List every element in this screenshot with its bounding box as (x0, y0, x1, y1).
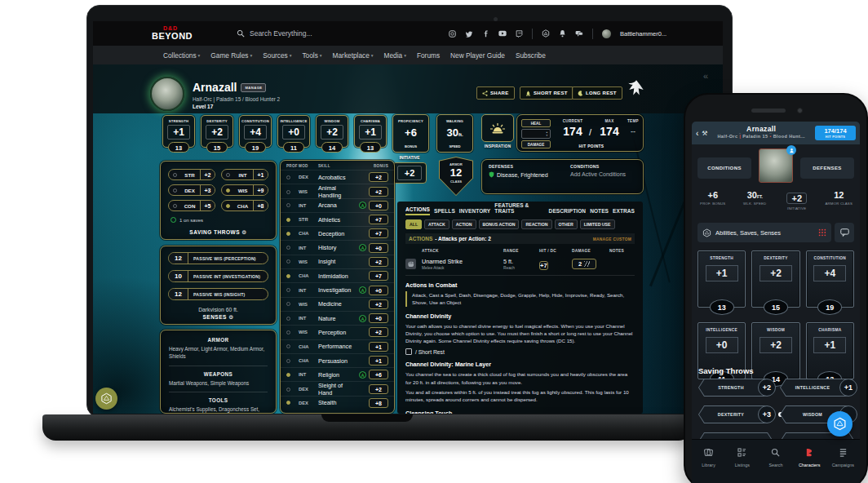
nav-search[interactable]: Search (760, 445, 791, 483)
save-int[interactable]: INT+1 (221, 169, 268, 180)
nav-forums[interactable]: Forums (417, 51, 440, 60)
tab-extras[interactable]: EXTRAS (613, 208, 635, 215)
character-portrait[interactable] (150, 77, 184, 111)
filter-action[interactable]: ACTION (452, 219, 476, 229)
ability-strength[interactable]: STRENGTH+113 (698, 250, 746, 308)
save-con[interactable]: CON+5 (168, 200, 215, 211)
phone-dice-roller-button[interactable] (827, 411, 852, 436)
nav-new-player-guide[interactable]: New Player Guide (450, 51, 505, 60)
nav-sources[interactable]: Sources▾ (263, 51, 291, 60)
nav-media[interactable]: Media▾ (384, 51, 406, 60)
back-icon[interactable]: ‹ (696, 129, 698, 138)
save-cha[interactable]: CHA+8 (221, 200, 268, 211)
skill-row[interactable]: WISPerception+2 (281, 325, 394, 339)
skill-row[interactable]: INTHistoryA+0 (281, 240, 394, 254)
ability-constitution[interactable]: CONSTITUTION+419 (806, 250, 854, 308)
skill-row[interactable]: CHAPerformance+1 (281, 339, 394, 353)
gear-icon[interactable]: ⚙ (241, 229, 246, 235)
dice-icon[interactable] (542, 29, 550, 38)
tab-inventory[interactable]: INVENTORY (459, 208, 490, 215)
ability-constitution[interactable]: CONSTITUTION+419 (239, 115, 272, 148)
chat-icon[interactable] (575, 30, 583, 38)
proficiency-bonus-box[interactable]: PROFICIENCY +6 BONUS (392, 114, 429, 153)
collapse-sidebar-icon[interactable]: « (703, 71, 708, 81)
save-strength[interactable]: STRENGTH+2 (698, 379, 773, 397)
filter-limited-use[interactable]: LIMITED USE (580, 219, 615, 229)
nav-campaigns[interactable]: Campaigns (827, 445, 858, 483)
hit-bonus[interactable]: +7 (539, 261, 548, 270)
add-conditions-link[interactable]: Add Active Conditions (570, 171, 626, 177)
ability-strength[interactable]: STRENGTH+113 (162, 115, 195, 148)
use-checkbox[interactable] (405, 348, 412, 355)
instagram-icon[interactable] (449, 30, 456, 38)
abilities-section-bar[interactable]: Abilities, Saves, Senses (698, 223, 831, 242)
conditions-button[interactable]: CONDITIONS (698, 157, 751, 179)
initiative-stat[interactable]: +2INITIATIVE (776, 190, 818, 210)
hp-stepper[interactable]: ▲▼ (521, 129, 551, 139)
nav-library[interactable]: Library (693, 445, 724, 483)
defenses-button[interactable]: DEFENSES (800, 157, 854, 179)
heal-button[interactable]: HEAL (521, 119, 551, 127)
skill-row[interactable]: INTArcanaA+0 (281, 198, 394, 212)
username[interactable]: Battlehammer0... (620, 30, 666, 38)
nav-marketplace[interactable]: Marketplace▾ (333, 51, 374, 60)
gear-icon[interactable]: ⚙ (228, 314, 233, 320)
tab-actions[interactable]: ACTIONS (405, 206, 430, 215)
skill-row[interactable]: CHAIntimidation+7 (281, 268, 394, 282)
skill-row[interactable]: INTReligionA+6 (281, 367, 394, 381)
ability-intelligence[interactable]: INTELLIGENCE+011 (277, 115, 310, 148)
walking-speed-box[interactable]: WALKING 30ft. SPEED (436, 114, 473, 153)
armor-class-shield[interactable]: ARMOR 12 CLASS (439, 157, 473, 196)
save-intelligence[interactable]: INTELLIGENCE+1 (780, 379, 855, 397)
filter-bonus-action[interactable]: BONUS ACTION (479, 219, 520, 229)
short-rest-button[interactable]: SHORT REST (520, 86, 574, 100)
filter-other[interactable]: OTHER (555, 219, 578, 229)
manage-custom-link[interactable]: MANAGE CUSTOM (593, 237, 631, 242)
skill-row[interactable]: WISInsight+2 (281, 255, 394, 268)
hp-badge[interactable]: 174/174 HIT POINTS (815, 126, 856, 140)
nav-tools[interactable]: Tools▾ (302, 51, 321, 60)
long-rest-button[interactable]: LONG REST (572, 86, 622, 100)
damage-value[interactable]: 2 (572, 259, 596, 269)
skill-row[interactable]: DEXSleight of Hand+2 (281, 381, 394, 395)
tab-notes[interactable]: NOTES (590, 208, 609, 215)
ability-charisma[interactable]: CHARISMA+113 (806, 322, 854, 379)
dice-roller-button[interactable] (95, 388, 117, 410)
nav-subscribe[interactable]: Subscribe (516, 51, 546, 60)
save-wis[interactable]: WIS+9 (221, 184, 268, 196)
skill-row[interactable]: WISMedicine+2 (281, 297, 394, 311)
twitch-icon[interactable] (516, 30, 523, 38)
save-dex[interactable]: DEX+3 (168, 184, 215, 196)
filter-reaction[interactable]: REACTION (521, 219, 551, 229)
inspiration-box[interactable]: INSPIRATION (480, 114, 516, 148)
manage-button[interactable]: MANAGE (241, 83, 266, 92)
skill-row[interactable]: DEXAcrobatics+2 (281, 170, 394, 184)
grid-icon[interactable] (818, 228, 826, 237)
nav-game-rules[interactable]: Game Rules▾ (210, 51, 252, 60)
phone-avatar[interactable] (759, 148, 793, 183)
nav-characters[interactable]: Characters (794, 445, 825, 483)
twitter-icon[interactable] (465, 30, 473, 38)
nav-listings[interactable]: Listings (727, 445, 758, 483)
ability-dexterity[interactable]: DEXTERITY+215 (201, 115, 233, 148)
skill-row[interactable]: INTInvestigationA+0 (281, 282, 394, 296)
skill-row[interactable]: CHAPersuasion+1 (281, 353, 394, 367)
ability-wisdom[interactable]: WISDOM+214 (316, 115, 348, 148)
youtube-icon[interactable] (498, 30, 507, 37)
nav-collections[interactable]: Collections▾ (163, 51, 200, 60)
filter-attack[interactable]: ATTACK (424, 219, 450, 229)
save-str[interactable]: STR+2 (168, 169, 215, 180)
ability-charisma[interactable]: CHARISMA+113 (354, 115, 387, 148)
chat-button[interactable] (835, 223, 854, 242)
defenses-value[interactable]: Disease, Frightened (489, 171, 560, 178)
damage-button[interactable]: DAMAGE (521, 140, 551, 148)
user-avatar[interactable] (602, 29, 611, 38)
hp-temp[interactable]: -- (625, 127, 641, 135)
tab-description[interactable]: DESCRIPTION (549, 208, 587, 215)
bell-icon[interactable] (559, 29, 566, 38)
facebook-icon[interactable] (482, 30, 489, 38)
initiative-box[interactable]: +2 (392, 162, 427, 184)
skill-row[interactable]: STRAthletics+7 (281, 212, 394, 226)
share-button[interactable]: SHARE (476, 86, 515, 100)
ability-wisdom[interactable]: WISDOM+214 (751, 322, 799, 379)
